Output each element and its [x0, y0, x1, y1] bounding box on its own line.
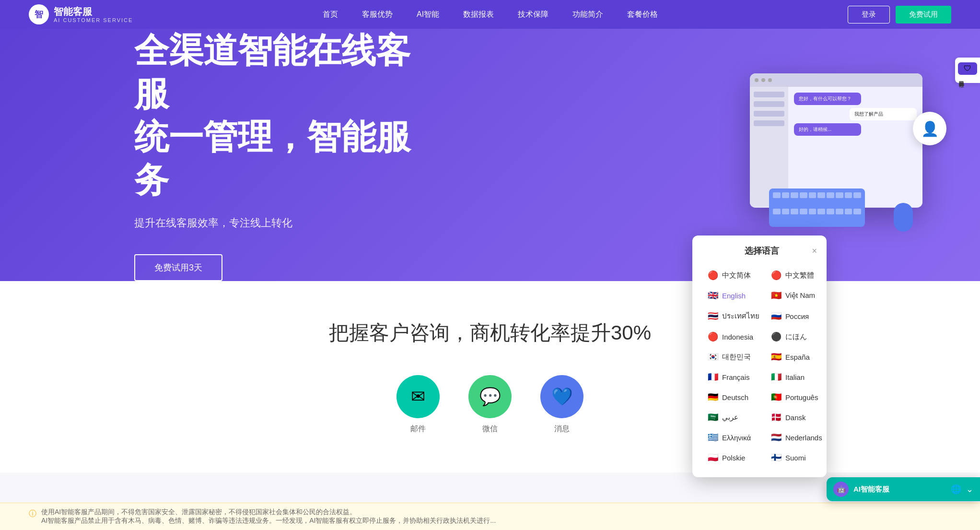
chat-title: AI智能客服: [853, 485, 889, 494]
lang-item-german[interactable]: 🇩🇪 Deutsch: [702, 387, 765, 407]
icon-wechat: 💬 微信: [468, 375, 512, 434]
lang-grid: 🔴 中文简体 🔴 中文繁體 🇬🇧 English 🇻🇳 Việt Nam 🇹🇭 …: [702, 265, 817, 468]
flag-dutch: 🇳🇱: [771, 432, 782, 443]
chat-header-icons: 🌐 ⌄: [951, 484, 973, 495]
report-badge: 🛡: [958, 62, 977, 75]
flag-portuguese: 🇵🇹: [771, 392, 782, 402]
keyboard-illustration: [769, 188, 865, 227]
hero-section: 全渠道智能在线客服 统一管理，智能服务 提升在线客服效率，专注线上转化 免费试用…: [0, 0, 980, 281]
nav-link-pricing[interactable]: 套餐价格: [627, 10, 658, 20]
lang-item-vietnam[interactable]: 🇻🇳 Việt Nam: [765, 285, 828, 306]
lang-item-finnish[interactable]: 🇫🇮 Suomi: [765, 448, 828, 468]
flag-german: 🇩🇪: [708, 392, 718, 402]
hero-illustration: 您好，有什么可以帮您？ 我想了解产品 好的，请稍候... 👤: [740, 54, 932, 256]
chat-avatar: 🤖: [833, 482, 849, 497]
chat-bubble-1: 您好，有什么可以帮您？: [794, 93, 861, 105]
flag-cn-traditional: 🔴: [771, 270, 782, 281]
nav-link-ai[interactable]: AI智能: [417, 10, 439, 20]
flag-english: 🇬🇧: [708, 290, 718, 301]
notification-icon: ⓘ: [29, 509, 36, 519]
lang-item-french[interactable]: 🇫🇷 Français: [702, 367, 765, 387]
nav-link-features[interactable]: 功能简介: [572, 10, 603, 20]
lang-item-thai[interactable]: 🇹🇭 ประเทศไทย: [702, 306, 765, 327]
nav-link-tech[interactable]: 技术保障: [518, 10, 548, 20]
nav-link-home[interactable]: 首页: [323, 10, 338, 20]
free-trial-nav-button[interactable]: 免费试用: [896, 6, 951, 24]
hero-content: 全渠道智能在线客服 统一管理，智能服务 提升在线客服效率，专注线上转化 免费试用…: [134, 29, 422, 281]
message-label: 消息: [554, 424, 570, 434]
hero-title-line1: 全渠道智能在线客服: [134, 29, 422, 115]
lang-item-greek[interactable]: 🇬🇷 Ελληνικά: [702, 427, 765, 448]
notification-text1: 使用AI智能客服产品期间，不得危害国家安全、泄露国家秘密，不得侵犯国家社会集体和…: [41, 508, 496, 517]
lang-label-english: English: [722, 292, 746, 300]
logo-subtitle: AI CUSTOMER SERVICE: [54, 17, 133, 23]
chat-bubble-3: 好的，请稍候...: [794, 123, 861, 136]
lang-item-portuguese[interactable]: 🇵🇹 Português: [765, 387, 828, 407]
flag-arabic: 🇸🇦: [708, 412, 718, 423]
chat-widget: 🤖 AI智能客服 🌐 ⌄: [827, 477, 980, 501]
lang-item-korea[interactable]: 🇰🇷 대한민국: [702, 347, 765, 367]
language-modal: 选择语言 × 🔴 中文简体 🔴 中文繁體 🇬🇧 English 🇻🇳 Việt …: [692, 236, 827, 477]
lang-label-vietnam: Việt Nam: [785, 291, 815, 300]
flag-russia: 🇷🇺: [771, 311, 782, 321]
lang-label-russia: Россия: [785, 312, 809, 320]
lang-item-italian[interactable]: 🇮🇹 Italian: [765, 367, 828, 387]
lang-item-arabic[interactable]: 🇸🇦 عربي: [702, 407, 765, 427]
lang-item-russia[interactable]: 🇷🇺 Россия: [765, 306, 828, 327]
nav-link-data[interactable]: 数据报表: [463, 10, 494, 20]
report-widget: 🛡 报告风险 帐号: [955, 58, 980, 83]
flag-indonesia: 🔴: [708, 331, 718, 342]
lang-item-indonesia[interactable]: 🔴 Indonesia: [702, 327, 765, 347]
browser-dot-red: [755, 78, 758, 82]
chat-bubble-2: 我想了解产品: [850, 108, 917, 120]
lang-item-polish[interactable]: 🇵🇱 Polskie: [702, 448, 765, 468]
nav-links: 首页 客服优势 AI智能 数据报表 技术保障 功能简介 套餐价格: [323, 10, 658, 20]
report-label[interactable]: 报告风险 帐号: [958, 77, 965, 78]
lang-item-dutch[interactable]: 🇳🇱 Nederlands: [765, 427, 828, 448]
flag-vietnam: 🇻🇳: [771, 290, 782, 301]
lang-label-traditional: 中文繁體: [785, 271, 814, 280]
lang-item-traditional[interactable]: 🔴 中文繁體: [765, 265, 828, 285]
wechat-icon-circle: 💬: [468, 375, 512, 418]
lang-item-english[interactable]: 🇬🇧 English: [702, 285, 765, 306]
lang-label-portuguese: Português: [785, 393, 818, 401]
flag-spain: 🇪🇸: [771, 352, 782, 362]
lang-label-indonesia: Indonesia: [722, 333, 753, 341]
lang-label-korea: 대한민국: [722, 353, 751, 362]
flag-thai: 🇹🇭: [708, 311, 718, 321]
logo-icon: 智: [29, 4, 49, 24]
lang-item-danish[interactable]: 🇩🇰 Dansk: [765, 407, 828, 427]
login-button[interactable]: 登录: [848, 6, 890, 24]
lang-label-simplified: 中文简体: [722, 271, 751, 280]
logo: 智 智能客服 AI CUSTOMER SERVICE: [29, 4, 133, 24]
lang-close-button[interactable]: ×: [812, 246, 817, 256]
lang-label-greek: Ελληνικά: [722, 434, 751, 442]
chevron-down-icon[interactable]: ⌄: [966, 484, 973, 495]
navbar: 智 智能客服 AI CUSTOMER SERVICE 首页 客服优势 AI智能 …: [0, 0, 980, 29]
mouse-illustration: [894, 203, 913, 232]
lang-label-spain: España: [785, 353, 810, 361]
flag-french: 🇫🇷: [708, 372, 718, 382]
lang-label-polish: Polskie: [722, 454, 745, 462]
lang-item-japan[interactable]: ⚫ にほん: [765, 327, 828, 347]
nav-link-advantage[interactable]: 客服优势: [362, 10, 393, 20]
email-label: 邮件: [410, 424, 426, 434]
browser-dot-green: [768, 78, 772, 82]
lang-label-french: Français: [722, 373, 750, 381]
shield-icon: 🛡: [964, 64, 971, 73]
globe-icon[interactable]: 🌐: [951, 484, 961, 495]
lang-item-simplified[interactable]: 🔴 中文简体: [702, 265, 765, 285]
lang-item-spain[interactable]: 🇪🇸 España: [765, 347, 828, 367]
floating-avatar: 👤: [913, 112, 946, 145]
lang-label-danish: Dansk: [785, 413, 806, 422]
chat-header: 🤖 AI智能客服 🌐 ⌄: [827, 477, 980, 501]
flag-italian: 🇮🇹: [771, 372, 782, 382]
icon-message: 💙 消息: [540, 375, 583, 434]
lang-modal-header: 选择语言 ×: [702, 245, 817, 257]
lang-label-finnish: Suomi: [785, 454, 806, 462]
flag-greek: 🇬🇷: [708, 432, 718, 443]
flag-danish: 🇩🇰: [771, 412, 782, 423]
message-icon-circle: 💙: [540, 375, 583, 418]
lang-modal-title: 选择语言: [712, 245, 812, 257]
free-trial-hero-button[interactable]: 免费试用3天: [134, 254, 222, 281]
